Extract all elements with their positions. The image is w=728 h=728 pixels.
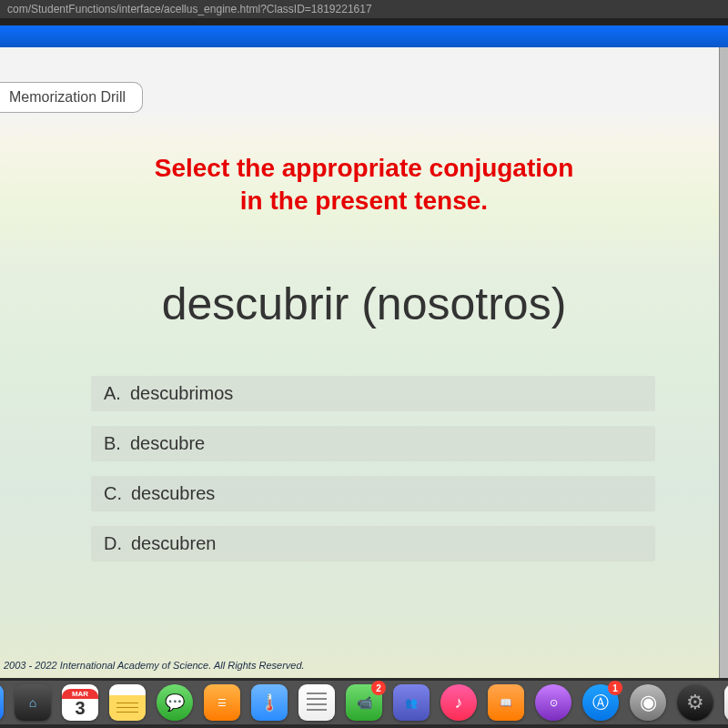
books-icon[interactable]: 📖 [488,684,524,721]
system-preferences-icon[interactable]: ⚙ [677,684,713,721]
mac-dock: 😀 ⌂ MAR 3 💬 ☰ 🌡️ 📹2 👥 ♪ 📖 ⊙ Ⓐ1 ◉ ⚙ ◻ [0,681,728,724]
prompt-line-1: Select the appropriate conjugation [155,154,574,182]
window-chrome [0,18,728,25]
answer-option-b[interactable]: B.descubre [91,426,655,461]
answer-letter: C. [104,483,122,503]
prompt-line-2: in the present tense. [240,187,488,215]
calendar-icon[interactable]: MAR 3 [62,684,98,721]
app-header-bar [0,25,728,47]
answer-option-a[interactable]: A.descubrimos [91,376,655,411]
calendar-day: 3 [75,699,85,717]
terminal-icon[interactable]: ⌂ [15,684,51,721]
facetime-icon[interactable]: 📹2 [346,684,382,721]
teams-icon[interactable]: 👥 [393,684,430,721]
answer-list: A.descubrimos B.descubre C.descubres D.d… [73,376,655,561]
answer-text: descubres [131,483,215,503]
reminders-icon[interactable]: ☰ [204,684,240,721]
contacts-icon[interactable] [298,684,335,721]
notes-icon[interactable] [109,684,146,721]
copyright-text: 2003 - 2022 International Academy of Sci… [4,660,305,671]
answer-text: descubrimos [130,383,233,403]
drill-tab[interactable]: Memorization Drill [0,82,143,113]
answer-letter: A. [104,383,121,403]
answer-text: descubren [131,533,216,553]
question-prompt: Select the appropriate conjugation in th… [0,152,728,218]
badge: 2 [371,681,386,695]
podcast-icon[interactable]: ⊙ [535,684,571,721]
url-bar: com/StudentFunctions/interface/acellus_e… [0,0,728,18]
weather-icon[interactable]: 🌡️ [251,684,288,721]
question-word: descubrir (nosotros) [0,278,728,330]
answer-text: descubre [130,433,205,453]
answer-option-c[interactable]: C.descubres [91,476,655,511]
quiz-content: Memorization Drill Select the appropriat… [0,47,728,678]
finder-icon[interactable]: 😀 [0,684,4,721]
color-picker-icon[interactable]: ◉ [630,684,666,721]
messages-icon[interactable]: 💬 [157,684,193,721]
calendar-month: MAR [62,689,98,699]
answer-option-d[interactable]: D.descubren [91,526,655,561]
roblox-icon[interactable]: ◻ [724,684,728,721]
answer-letter: B. [104,433,121,453]
dock-background: 😀 ⌂ MAR 3 💬 ☰ 🌡️ 📹2 👥 ♪ 📖 ⊙ Ⓐ1 ◉ ⚙ ◻ [0,678,728,728]
music-icon[interactable]: ♪ [440,684,477,721]
answer-letter: D. [104,533,122,553]
badge: 1 [608,681,622,695]
scrollbar-edge[interactable] [719,47,728,678]
appstore-icon[interactable]: Ⓐ1 [582,684,619,721]
